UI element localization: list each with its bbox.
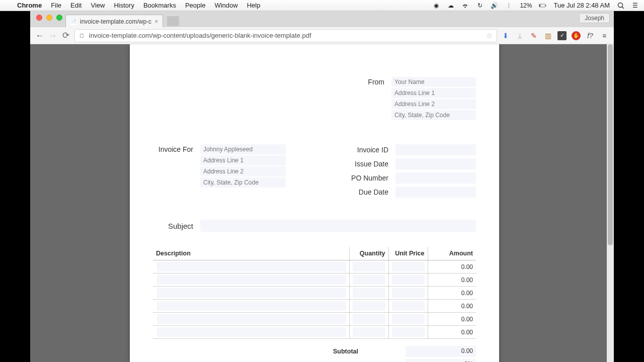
- invoice-id-field[interactable]: [395, 144, 476, 155]
- from-addr2-field[interactable]: Address Line 2: [391, 99, 476, 109]
- tab-favicon: 📄: [70, 18, 77, 25]
- invoice-for-block: Invoice For Johnny Appleseed Address Lin…: [153, 144, 286, 198]
- pdf-page: From Your Name Address Line 1 Address Li…: [130, 44, 499, 362]
- price-field[interactable]: [392, 314, 425, 324]
- new-tab-button[interactable]: [167, 16, 179, 26]
- menu-help[interactable]: Help: [247, 2, 261, 9]
- browser-tab[interactable]: 📄 invoice-template.com/wp-c ×: [65, 15, 163, 28]
- to-city-field[interactable]: City, State, Zip Code: [200, 177, 286, 188]
- price-field[interactable]: [392, 262, 425, 272]
- discount-value[interactable]: 0%: [406, 359, 476, 362]
- extensions-area: ⬇ ⟂ ✎ ▥ ✓ ✋ f? ≡: [501, 31, 609, 40]
- volume-icon[interactable]: 🔊: [491, 2, 498, 9]
- subject-block: Subject: [153, 220, 476, 232]
- table-row: 0.00: [153, 287, 476, 300]
- letterbox-left: [0, 11, 30, 362]
- ext-ruler-icon[interactable]: ▥: [543, 31, 552, 40]
- svg-line-4: [622, 7, 624, 9]
- nav-forward-button[interactable]: →: [48, 31, 57, 41]
- chrome-menu-icon[interactable]: ≡: [600, 31, 609, 40]
- ext-wand-icon[interactable]: ✎: [529, 31, 538, 40]
- menu-edit[interactable]: Edit: [70, 2, 82, 9]
- due-date-label: Due Date: [348, 188, 388, 196]
- price-field[interactable]: [392, 288, 425, 298]
- traffic-lights: [33, 15, 65, 24]
- timemachine-icon[interactable]: ↻: [476, 2, 484, 9]
- invoice-for-label: Invoice For: [153, 144, 193, 198]
- ext-font-icon[interactable]: f?: [586, 31, 595, 40]
- desc-field[interactable]: [157, 314, 346, 324]
- qty-field[interactable]: [353, 275, 385, 285]
- nav-back-button[interactable]: ←: [35, 31, 44, 41]
- bookmark-star-icon[interactable]: ☆: [486, 31, 493, 40]
- ext-inspect-icon[interactable]: ⟂: [515, 31, 524, 40]
- menu-history[interactable]: History: [114, 2, 134, 9]
- price-field[interactable]: [392, 327, 425, 337]
- profile-chip[interactable]: Joseph: [579, 13, 610, 23]
- from-city-field[interactable]: City, State, Zip Code: [391, 110, 476, 120]
- menu-view[interactable]: View: [91, 2, 105, 9]
- qty-field[interactable]: [353, 288, 385, 298]
- desc-field[interactable]: [157, 301, 346, 311]
- cloud-icon[interactable]: ☁: [447, 2, 454, 9]
- from-addr1-field[interactable]: Address Line 1: [391, 88, 476, 98]
- to-addr1-field[interactable]: Address Line 1: [200, 155, 286, 165]
- to-name-field[interactable]: Johnny Appleseed: [200, 144, 286, 154]
- price-field[interactable]: [392, 275, 425, 285]
- price-field[interactable]: [392, 301, 425, 311]
- subject-field[interactable]: [200, 220, 476, 232]
- qty-field[interactable]: [353, 262, 385, 272]
- wifi-icon[interactable]: [461, 3, 469, 9]
- qty-field[interactable]: [353, 327, 385, 337]
- desc-field[interactable]: [157, 288, 346, 298]
- ext-check-icon[interactable]: ✓: [557, 31, 567, 40]
- ext-download-icon[interactable]: ⬇: [501, 31, 510, 40]
- ext-adblock-icon[interactable]: ✋: [572, 31, 581, 40]
- omnibox[interactable]: 🗋 invoice-template.com/wp-content/upload…: [74, 29, 497, 42]
- menubar-app[interactable]: Chrome: [17, 2, 42, 9]
- table-row: 0.00: [153, 274, 476, 287]
- tab-close-icon[interactable]: ×: [154, 18, 158, 25]
- spotlight-icon[interactable]: [617, 2, 624, 9]
- qty-field[interactable]: [353, 314, 385, 324]
- window-close-button[interactable]: [36, 15, 42, 21]
- col-amount: Amount: [428, 247, 476, 260]
- issue-date-label: Issue Date: [348, 160, 388, 168]
- due-date-field[interactable]: [395, 187, 476, 198]
- notifications-icon[interactable]: ☰: [631, 2, 639, 9]
- bluetooth-icon[interactable]: ᛒ: [505, 2, 513, 9]
- menu-window[interactable]: Window: [214, 2, 237, 9]
- amount-cell: 0.00: [428, 260, 476, 274]
- scrollbar-track[interactable]: [607, 44, 614, 362]
- menu-file[interactable]: File: [51, 2, 61, 9]
- menu-people[interactable]: People: [185, 2, 205, 9]
- scrollbar-thumb[interactable]: [608, 44, 613, 245]
- nav-reload-button[interactable]: ⟳: [61, 30, 70, 41]
- totals-block: Subtotal 0.00 Discount (0.25 = 25%) 0%: [153, 346, 476, 362]
- window-minimize-button[interactable]: [46, 15, 52, 21]
- desc-field[interactable]: [157, 275, 346, 285]
- from-name-field[interactable]: Your Name: [391, 77, 476, 87]
- battery-pct: 12%: [520, 2, 532, 9]
- letterbox-right: [614, 11, 644, 362]
- desc-field[interactable]: [157, 262, 346, 272]
- screen-record-icon[interactable]: ◉: [432, 2, 440, 9]
- window-zoom-button[interactable]: [56, 15, 62, 21]
- table-row: 0.00: [153, 260, 476, 274]
- to-addr2-field[interactable]: Address Line 2: [200, 166, 286, 176]
- menu-bookmarks[interactable]: Bookmarks: [143, 2, 176, 9]
- po-number-field[interactable]: [395, 172, 476, 184]
- amount-cell: 0.00: [428, 300, 476, 313]
- issue-date-field[interactable]: [395, 158, 476, 169]
- page-info-icon[interactable]: 🗋: [79, 32, 85, 39]
- clock[interactable]: Tue Jul 28 2:48 AM: [553, 2, 610, 9]
- battery-icon[interactable]: [539, 3, 546, 9]
- qty-field[interactable]: [353, 301, 385, 311]
- tab-title: invoice-template.com/wp-c: [80, 18, 151, 25]
- mac-menubar: Chrome File Edit View History Bookmarks …: [0, 0, 644, 11]
- desc-field[interactable]: [157, 327, 346, 337]
- subtotal-value: 0.00: [406, 346, 476, 357]
- line-items-table: Description Quantity Unit Price Amount 0…: [153, 247, 476, 339]
- col-description: Description: [153, 247, 349, 260]
- subject-label: Subject: [153, 222, 193, 230]
